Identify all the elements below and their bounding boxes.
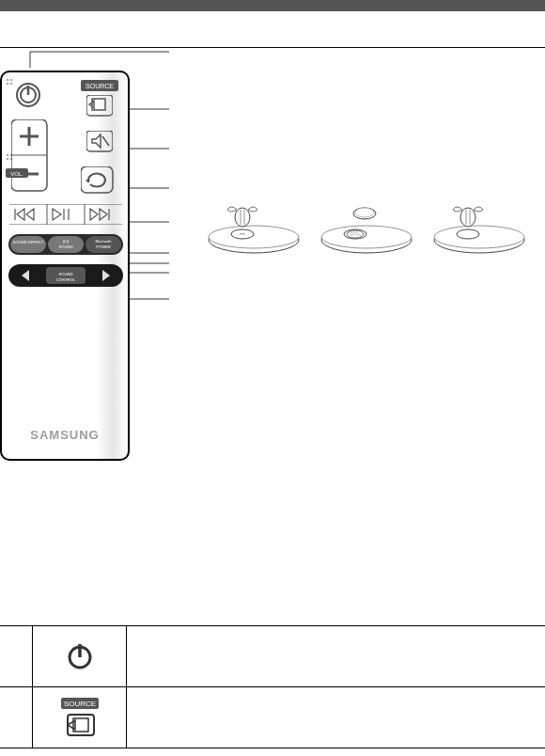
svg-text:Bluetooth: Bluetooth — [96, 239, 112, 244]
svg-rect-34 — [86, 131, 113, 151]
row-description-cell — [127, 687, 545, 748]
mode-row: SOUND EFFECT ((•)) SOUND Bluetooth POWER — [8, 234, 123, 255]
source-label-text: SOURCE — [86, 83, 114, 89]
battery-illustrations — [207, 193, 526, 259]
row-icon-cell — [33, 626, 127, 686]
svg-text:((•)): ((•)) — [63, 239, 70, 244]
svg-point-18 — [10, 79, 12, 81]
svg-point-17 — [7, 79, 8, 81]
row-description-cell — [127, 626, 545, 686]
power-button[interactable] — [15, 82, 41, 108]
sound-effect-button[interactable] — [10, 236, 46, 253]
svg-point-19 — [7, 83, 8, 85]
svg-point-31 — [10, 154, 12, 156]
svg-point-51 — [209, 226, 299, 248]
source-button[interactable] — [86, 95, 113, 118]
table-row — [0, 626, 545, 687]
header-divider — [0, 47, 545, 48]
svg-text:SOUND: SOUND — [58, 272, 72, 276]
svg-point-30 — [7, 154, 8, 156]
row-icon-cell: SOURCE — [33, 687, 127, 748]
svg-line-35 — [102, 136, 109, 146]
svg-point-65 — [355, 208, 374, 217]
repeat-button[interactable] — [81, 166, 114, 195]
row-number-cell — [0, 687, 33, 748]
row-number-cell — [0, 626, 33, 686]
svg-text:CONTROL: CONTROL — [56, 277, 76, 282]
table-row: SOURCE — [0, 687, 545, 748]
source-label-box: SOURCE — [81, 80, 118, 93]
dot-indicator — [6, 78, 15, 87]
svg-point-68 — [457, 229, 479, 239]
svg-point-20 — [10, 83, 12, 85]
svg-text:SOUND EFFECT: SOUND EFFECT — [13, 240, 44, 244]
power-icon — [64, 640, 96, 672]
svg-point-69 — [460, 208, 475, 227]
svg-point-59 — [347, 230, 364, 238]
svg-point-67 — [434, 226, 524, 248]
svg-point-33 — [10, 158, 12, 160]
svg-text:SOUND: SOUND — [58, 244, 72, 249]
dot-indicator-2 — [6, 153, 15, 163]
svg-text:VOL.: VOL. — [10, 171, 23, 177]
sound-control-row: SOUND CONTROL — [8, 264, 123, 287]
svg-text:POWER: POWER — [96, 244, 111, 249]
svg-text:SOURCE: SOURCE — [63, 700, 95, 708]
samsung-logo: SAMSUNG — [2, 428, 128, 442]
battery-step-2 — [319, 193, 413, 259]
mute-button[interactable] — [86, 131, 113, 153]
vol-label-box: VOL. — [6, 168, 30, 178]
skip-forward-button[interactable] — [88, 207, 117, 222]
skip-back-button[interactable] — [13, 207, 41, 222]
svg-point-57 — [321, 226, 412, 248]
volume-rocker[interactable] — [11, 119, 49, 193]
battery-step-1 — [207, 193, 301, 259]
svg-point-52 — [231, 229, 254, 239]
battery-step-3 — [432, 193, 526, 259]
description-table: SOURCE — [0, 625, 545, 748]
header-bar — [0, 0, 545, 11]
svg-point-32 — [7, 158, 8, 160]
play-pause-button[interactable] — [51, 207, 79, 222]
svg-point-53 — [235, 208, 250, 227]
source-icon: SOURCE — [56, 696, 103, 739]
remote-control: SOURCE VOL. — [0, 71, 130, 461]
